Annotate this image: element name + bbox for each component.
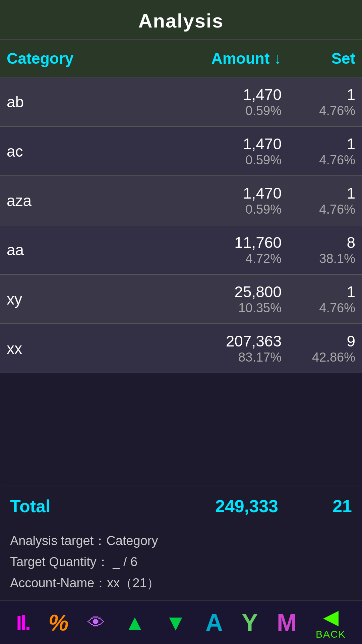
bar-chart-button[interactable]: Il. (16, 611, 29, 635)
cell-set: 1 4.76% (288, 281, 362, 317)
app-container: Analysis Category Amount ↓ Set ab 1,470 … (0, 0, 362, 644)
table-row[interactable]: xx 207,363 83.17% 9 42.86% (0, 324, 362, 373)
back-button[interactable]: ◀ BACK (316, 605, 346, 640)
cell-category: aa (0, 231, 101, 268)
set-value: 1 (347, 184, 355, 202)
account-name-line: Account-Name：xx（21） (10, 573, 352, 594)
spacer (0, 373, 362, 485)
back-arrow-icon: ◀ (323, 605, 339, 629)
header: Analysis (0, 0, 362, 39)
table-row[interactable]: aa 11,760 4.72% 8 38.1% (0, 225, 362, 275)
y-button[interactable]: Y (242, 609, 258, 636)
amount-value: 1,470 (243, 86, 282, 104)
cell-amount: 11,760 4.72% (101, 231, 288, 268)
cell-set: 1 4.76% (288, 182, 362, 219)
total-label: Total (3, 493, 104, 520)
col-header-amount[interactable]: Amount ↓ (101, 46, 288, 71)
col-header-set[interactable]: Set (288, 46, 362, 71)
cell-category: ac (0, 133, 101, 169)
eye-icon: 👁 (87, 612, 105, 633)
amount-value: 25,800 (234, 283, 282, 301)
cell-category: xx (0, 330, 101, 367)
set-pct: 42.86% (312, 350, 355, 365)
page-title: Analysis (7, 9, 355, 32)
triangle-down-icon: ▼ (165, 610, 186, 635)
set-value: 1 (347, 283, 355, 301)
y-icon: Y (242, 609, 258, 636)
col-header-category[interactable]: Category (0, 46, 101, 71)
table-body: ab 1,470 0.59% 1 4.76% ac 1,470 0.59% 1 … (0, 77, 362, 373)
toolbar: Il. % 👁 ▲ ▼ A Y M ◀ BACK (0, 600, 362, 644)
cell-amount: 207,363 83.17% (101, 330, 288, 367)
amount-value: 11,760 (234, 233, 282, 252)
back-label: BACK (316, 629, 346, 640)
amount-pct: 0.59% (245, 153, 282, 167)
cell-amount: 1,470 0.59% (101, 84, 288, 120)
table-header: Category Amount ↓ Set (0, 39, 362, 77)
cell-category: ab (0, 84, 101, 120)
cell-amount: 1,470 0.59% (101, 182, 288, 219)
amount-pct: 0.59% (245, 104, 282, 118)
amount-pct: 4.72% (245, 252, 282, 266)
table-row[interactable]: ac 1,470 0.59% 1 4.76% (0, 127, 362, 176)
triangle-up-icon: ▲ (124, 610, 145, 635)
total-amount: 249,333 (104, 493, 285, 520)
percent-icon: % (48, 609, 68, 636)
amount-pct: 0.59% (245, 202, 282, 217)
set-value: 1 (347, 86, 355, 104)
set-pct: 38.1% (319, 252, 355, 266)
footer-section: Total 249,333 21 Analysis target：Categor… (0, 485, 362, 600)
table-row[interactable]: aza 1,470 0.59% 1 4.76% (0, 176, 362, 225)
table-row[interactable]: ab 1,470 0.59% 1 4.76% (0, 77, 362, 127)
amount-value: 1,470 (243, 135, 282, 153)
total-set: 21 (285, 493, 359, 520)
set-value: 8 (347, 233, 355, 252)
amount-pct: 83.17% (238, 350, 282, 365)
bar-chart-icon: Il. (16, 611, 29, 635)
cell-set: 1 4.76% (288, 84, 362, 120)
cell-category: xy (0, 281, 101, 317)
set-value: 9 (347, 332, 355, 350)
set-pct: 4.76% (319, 104, 355, 118)
a-icon: A (205, 609, 223, 636)
m-button[interactable]: M (277, 609, 297, 636)
target-quantity-line: Target Quantity： _ / 6 (10, 551, 352, 573)
amount-value: 207,363 (226, 332, 282, 350)
set-pct: 4.76% (319, 153, 355, 167)
amount-pct: 10.35% (238, 301, 282, 315)
table-row[interactable]: xy 25,800 10.35% 1 4.76% (0, 275, 362, 324)
analysis-target-line: Analysis target：Category (10, 530, 352, 551)
cell-set: 1 4.76% (288, 133, 362, 169)
amount-value: 1,470 (243, 184, 282, 202)
cell-set: 8 38.1% (288, 231, 362, 268)
cell-category: aza (0, 182, 101, 219)
percent-button[interactable]: % (48, 609, 68, 636)
info-lines: Analysis target：Category Target Quantity… (3, 527, 359, 600)
a-button[interactable]: A (205, 609, 223, 636)
triangle-down-button[interactable]: ▼ (165, 610, 186, 635)
set-pct: 4.76% (319, 301, 355, 315)
cell-set: 9 42.86% (288, 330, 362, 367)
cell-amount: 25,800 10.35% (101, 281, 288, 317)
triangle-up-button[interactable]: ▲ (124, 610, 145, 635)
set-pct: 4.76% (319, 202, 355, 217)
eye-button[interactable]: 👁 (87, 612, 105, 633)
set-value: 1 (347, 135, 355, 153)
cell-amount: 1,470 0.59% (101, 133, 288, 169)
total-row: Total 249,333 21 (3, 485, 359, 527)
m-icon: M (277, 609, 297, 636)
